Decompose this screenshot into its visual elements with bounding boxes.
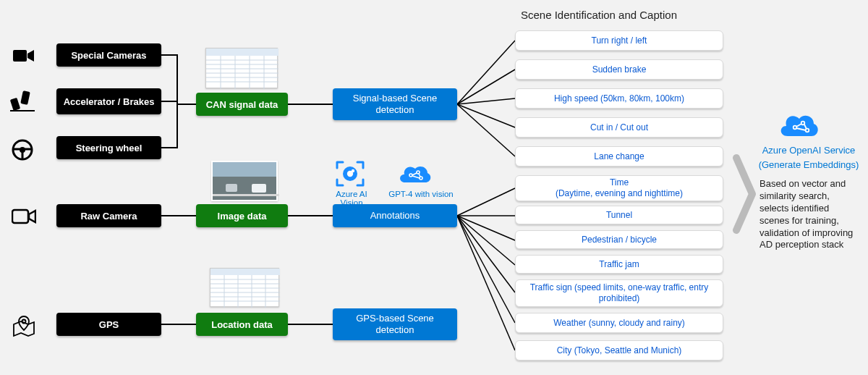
scene-time: Time (Daytime, evening and nighttime)	[515, 175, 723, 201]
steering-wheel-icon	[12, 139, 33, 164]
svg-line-9	[457, 104, 515, 156]
svg-rect-41	[210, 269, 280, 275]
pedals-icon	[10, 90, 36, 114]
proc-signal-scene-detection: Signal-based Scene detection	[333, 88, 457, 120]
video-camera-icon	[13, 48, 35, 67]
right-description: Based on vector and similarity search, s…	[760, 178, 861, 251]
source-raw-camera: Raw Camera	[56, 204, 161, 227]
svg-rect-25	[12, 210, 28, 223]
source-steering-wheel: Steering wheel	[56, 136, 161, 159]
svg-line-12	[457, 216, 515, 240]
svg-rect-27	[206, 49, 278, 56]
scene-traffic-jam: Traffic jam	[515, 255, 723, 274]
scene-pedestrian: Pedestrian / bicycle	[515, 230, 723, 249]
scene-turn: Turn right / left	[515, 30, 723, 51]
proc-annotations: Annotations	[333, 204, 457, 227]
svg-rect-18	[10, 98, 20, 111]
road-photo-thumb	[211, 161, 278, 201]
svg-line-7	[457, 98, 515, 104]
svg-point-26	[22, 320, 26, 324]
svg-line-13	[457, 216, 515, 265]
camera-outline-icon	[12, 207, 36, 229]
scene-weather: Weather (sunny, cloudy and rainy)	[515, 313, 723, 333]
data-can-signal: CAN signal data	[196, 93, 288, 116]
svg-point-54	[352, 169, 354, 172]
proc-gps-scene-detection: GPS-based Scene detection	[333, 308, 457, 340]
azure-openai-cloud-icon-large	[778, 110, 822, 145]
azure-vision-icon	[334, 159, 366, 191]
map-pin-icon	[12, 314, 36, 342]
section-header: Scene Identification and Caption	[521, 9, 677, 21]
scene-city: City (Tokyo, Seattle and Munich)	[515, 340, 723, 361]
svg-line-15	[457, 216, 515, 323]
scene-sudden-brake: Sudden brake	[515, 59, 723, 80]
gpt4v-label: GPT-4 with vision	[383, 190, 459, 198]
svg-line-16	[457, 216, 515, 350]
svg-rect-19	[20, 90, 30, 105]
azure-openai-cloud-icon	[396, 161, 434, 191]
scene-traffic-sign: Traffic sign (speed limits, one-way traf…	[515, 279, 723, 307]
azure-vision-label: Azure AI Vision	[324, 190, 379, 207]
scene-lane-change: Lane change	[515, 146, 723, 167]
generate-embeddings-label: (Generate Embeddings)	[758, 159, 859, 170]
svg-rect-39	[226, 184, 237, 192]
svg-line-8	[457, 104, 515, 127]
scene-tunnel: Tunnel	[515, 206, 723, 224]
svg-rect-40	[213, 194, 279, 196]
scene-cut-in-out: Cut in / Cut out	[515, 117, 723, 138]
source-accelerator-brakes: Accelerator / Brakes	[56, 88, 161, 114]
svg-rect-38	[252, 184, 266, 193]
svg-rect-17	[13, 50, 27, 62]
source-gps: GPS	[56, 313, 161, 336]
azure-openai-service-label: Azure OpenAI Service	[758, 145, 859, 156]
svg-line-5	[457, 41, 515, 104]
scene-high-speed: High speed (50km, 80km, 100km)	[515, 88, 723, 109]
spreadsheet-thumb	[205, 48, 278, 88]
svg-line-6	[457, 69, 515, 104]
source-special-cameras: Special Cameras	[56, 43, 161, 67]
svg-line-10	[457, 188, 515, 216]
data-image: Image data	[196, 204, 288, 227]
spreadsheet-thumb-2	[210, 268, 279, 307]
svg-line-14	[457, 216, 515, 292]
data-location: Location data	[196, 313, 288, 336]
